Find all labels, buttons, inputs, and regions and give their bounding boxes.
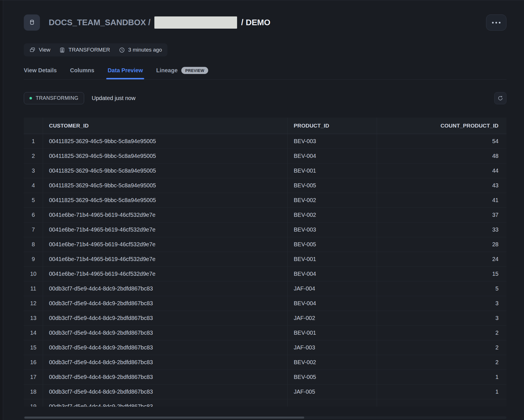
count-cell: 3 [377, 311, 506, 326]
column-header-customer-id: CUSTOMER_ID [43, 118, 288, 134]
object-type-badge: View [29, 47, 50, 53]
row-index-cell: 3 [24, 164, 43, 178]
row-index-cell: 8 [24, 237, 43, 252]
table-row: 1900db3cf7-d5e9-4dc4-8dc9-2bdfd867bc83 [24, 399, 506, 407]
tab-bar: View Details Columns Data Preview Lineag… [24, 67, 506, 80]
count-cell: 5 [377, 281, 506, 296]
product-id-cell: JAF-005 [288, 385, 377, 399]
table-row: 1800db3cf7-d5e9-4dc4-8dc9-2bdfd867bc83JA… [24, 385, 506, 399]
product-id-cell: BEV-004 [288, 296, 377, 311]
table-row: 100411825-3629-46c5-9bbc-5c8a94e95005BEV… [24, 134, 506, 149]
customer-id-cell: 0041e6be-71b4-4965-b619-46cf532d9e7e [43, 208, 288, 222]
page-title: DOCS_TEAM_SANDBOX / / DEMO [49, 16, 270, 29]
count-cell: 24 [377, 252, 506, 267]
count-cell: 1 [377, 370, 506, 385]
product-id-cell: BEV-005 [288, 178, 377, 193]
customer-id-cell: 00411825-3629-46c5-9bbc-5c8a94e95005 [43, 134, 288, 149]
table-body: 100411825-3629-46c5-9bbc-5c8a94e95005BEV… [24, 134, 506, 399]
row-index-cell: 11 [24, 281, 43, 296]
row-index-cell: 14 [24, 326, 43, 340]
customer-id-cell: 00db3cf7-d5e9-4dc4-8dc9-2bdfd867bc83 [43, 340, 288, 355]
horizontal-scrollbar-thumb[interactable] [24, 417, 304, 419]
product-id-cell: BEV-001 [288, 164, 377, 178]
customer-id-cell: 00411825-3629-46c5-9bbc-5c8a94e95005 [43, 193, 288, 208]
count-cell: 43 [377, 178, 506, 193]
table-row: 300411825-3629-46c5-9bbc-5c8a94e95005BEV… [24, 164, 506, 178]
count-cell: 33 [377, 222, 506, 237]
count-cell: 41 [377, 193, 506, 208]
transforming-status-badge: TRANSFORMING [24, 92, 84, 104]
row-index-cell: 18 [24, 385, 43, 399]
horizontal-scrollbar-track[interactable] [24, 416, 506, 419]
customer-id-cell: 00db3cf7-d5e9-4dc4-8dc9-2bdfd867bc83 [43, 326, 288, 340]
customer-id-cell: 00db3cf7-d5e9-4dc4-8dc9-2bdfd867bc83 [43, 370, 288, 385]
customer-id-cell: 0041e6be-71b4-4965-b619-46cf532d9e7e [43, 237, 288, 252]
column-header-count-product-id: COUNT_PRODUCT_ID [377, 118, 506, 134]
status-dot-icon [29, 97, 32, 99]
row-index-cell: 1 [24, 134, 43, 149]
count-cell: 2 [377, 340, 506, 355]
customer-id-cell: 00db3cf7-d5e9-4dc4-8dc9-2bdfd867bc83 [43, 296, 288, 311]
row-index-cell: 13 [24, 311, 43, 326]
product-id-cell: BEV-005 [288, 370, 377, 385]
more-actions-button[interactable] [486, 14, 506, 31]
row-index-cell: 7 [24, 222, 43, 237]
data-preview-table: CUSTOMER_ID PRODUCT_ID COUNT_PRODUCT_ID … [24, 118, 506, 407]
product-id-cell: BEV-004 [288, 149, 377, 164]
customer-id-cell: 0041e6be-71b4-4965-b619-46cf532d9e7e [43, 267, 288, 281]
view-icon [29, 47, 36, 53]
row-index-cell: 2 [24, 149, 43, 164]
table-row: 500411825-3629-46c5-9bbc-5c8a94e95005BEV… [24, 193, 506, 208]
clock-icon [119, 47, 125, 53]
object-age-badge: 3 minutes ago [119, 47, 162, 53]
table-row: 100041e6be-71b4-4965-b619-46cf532d9e7eBE… [24, 267, 506, 281]
refresh-button[interactable] [494, 92, 506, 104]
refresh-icon [497, 95, 503, 101]
preview-feature-badge: PREVIEW [181, 67, 208, 74]
table-row: 70041e6be-71b4-4965-b619-46cf532d9e7eBEV… [24, 222, 506, 237]
product-id-cell [288, 399, 377, 407]
object-role-label: TRANSFORMER [69, 47, 110, 53]
tab-view-details[interactable]: View Details [24, 67, 57, 79]
product-id-cell: BEV-002 [288, 355, 377, 370]
customer-id-cell: 00db3cf7-d5e9-4dc4-8dc9-2bdfd867bc83 [43, 399, 288, 407]
count-cell [377, 399, 506, 407]
table-row: 90041e6be-71b4-4965-b619-46cf532d9e7eBEV… [24, 252, 506, 267]
row-index-cell: 19 [24, 399, 43, 407]
table-row: 200411825-3629-46c5-9bbc-5c8a94e95005BEV… [24, 149, 506, 164]
customer-id-cell: 00411825-3629-46c5-9bbc-5c8a94e95005 [43, 178, 288, 193]
product-id-cell: BEV-001 [288, 252, 377, 267]
count-cell: 2 [377, 355, 506, 370]
partial-row-clip: 1900db3cf7-d5e9-4dc4-8dc9-2bdfd867bc83 [24, 399, 506, 407]
id-badge-icon [59, 47, 65, 53]
product-id-cell: BEV-002 [288, 193, 377, 208]
table-row: 1200db3cf7-d5e9-4dc4-8dc9-2bdfd867bc83BE… [24, 296, 506, 311]
table-row: 1500db3cf7-d5e9-4dc4-8dc9-2bdfd867bc83JA… [24, 340, 506, 355]
customer-id-cell: 00db3cf7-d5e9-4dc4-8dc9-2bdfd867bc83 [43, 355, 288, 370]
customer-id-cell: 0041e6be-71b4-4965-b619-46cf532d9e7e [43, 222, 288, 237]
customer-id-cell: 00db3cf7-d5e9-4dc4-8dc9-2bdfd867bc83 [43, 311, 288, 326]
title-object-name: / DEMO [241, 18, 270, 27]
product-id-cell: BEV-005 [288, 237, 377, 252]
database-icon [28, 19, 36, 26]
tab-lineage[interactable]: Lineage PREVIEW [156, 67, 208, 79]
row-index-cell: 16 [24, 355, 43, 370]
customer-id-cell: 00db3cf7-d5e9-4dc4-8dc9-2bdfd867bc83 [43, 281, 288, 296]
row-index-cell: 5 [24, 193, 43, 208]
row-index-header [24, 118, 43, 134]
product-id-cell: BEV-003 [288, 134, 377, 149]
product-id-cell: BEV-001 [288, 326, 377, 340]
table-row: 80041e6be-71b4-4965-b619-46cf532d9e7eBEV… [24, 237, 506, 252]
column-header-product-id: PRODUCT_ID [288, 118, 377, 134]
object-meta-bar: View TRANSFORMER 3 minutes ago [24, 43, 167, 56]
table-row: 1300db3cf7-d5e9-4dc4-8dc9-2bdfd867bc83JA… [24, 311, 506, 326]
tab-data-preview[interactable]: Data Preview [108, 67, 143, 79]
count-cell: 1 [377, 385, 506, 399]
product-id-cell: BEV-003 [288, 222, 377, 237]
object-role-badge: TRANSFORMER [59, 47, 110, 53]
count-cell: 48 [377, 149, 506, 164]
product-id-cell: JAF-003 [288, 340, 377, 355]
row-index-cell: 9 [24, 252, 43, 267]
tab-columns[interactable]: Columns [70, 67, 94, 79]
table-row: 60041e6be-71b4-4965-b619-46cf532d9e7eBEV… [24, 208, 506, 222]
